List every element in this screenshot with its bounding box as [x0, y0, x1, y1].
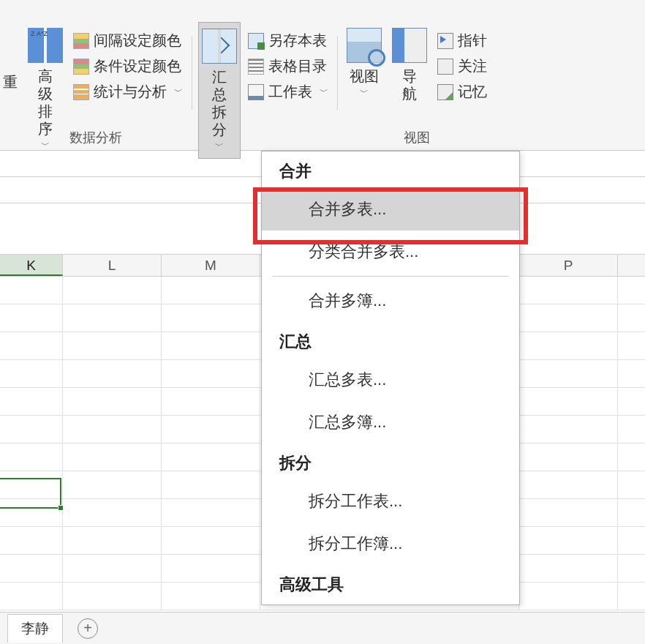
grid-cell[interactable] — [618, 416, 645, 443]
dropdown-item-summary-multi-sheet[interactable]: 汇总多表... — [262, 359, 519, 401]
grid-cell[interactable] — [519, 360, 618, 388]
worksheet-icon — [248, 84, 264, 100]
dropdown-header-split: 拆分 — [262, 443, 519, 480]
grid-cell[interactable] — [162, 527, 260, 555]
add-sheet-button[interactable]: + — [78, 618, 98, 639]
grid-cell[interactable] — [162, 555, 260, 583]
memo-icon — [437, 84, 453, 100]
grid-cell[interactable] — [0, 555, 63, 583]
dropdown-item-split-workbook[interactable]: 拆分工作簿... — [262, 523, 519, 565]
grid-cell[interactable] — [63, 388, 162, 416]
grid-cell[interactable] — [519, 277, 618, 304]
col-header-L[interactable]: L — [63, 255, 162, 276]
grid-cell[interactable] — [618, 527, 645, 555]
sheet-tab-lijing[interactable]: 李静 — [7, 614, 63, 643]
grid-cell[interactable] — [519, 583, 618, 610]
grid-cell[interactable] — [162, 304, 260, 332]
grid-cell[interactable] — [519, 332, 618, 360]
col-header-P[interactable]: P — [519, 255, 618, 276]
col-header-K[interactable]: K — [0, 255, 63, 276]
grid-cell[interactable] — [162, 443, 260, 471]
dropdown-item-category-merge[interactable]: 分类合并多表... — [262, 231, 519, 273]
grid-cell[interactable] — [0, 471, 63, 499]
pointer-icon — [437, 33, 453, 49]
grid-cell[interactable] — [0, 277, 63, 304]
condition-color-button[interactable]: 条件设定颜色 — [70, 55, 186, 78]
grid-cell[interactable] — [162, 499, 260, 527]
grid-cell[interactable] — [63, 332, 162, 360]
dropdown-item-merge-multi-workbook[interactable]: 合并多簿... — [262, 280, 519, 322]
interval-color-button[interactable]: 间隔设定颜色 — [70, 29, 186, 52]
stats-icon — [73, 84, 89, 100]
summary-split-button[interactable]: 汇总拆分 ﹀ — [198, 22, 241, 159]
grid-cell[interactable] — [0, 360, 63, 388]
grid-cell[interactable] — [63, 277, 162, 304]
grid-cell[interactable] — [618, 555, 645, 583]
grid-cell[interactable] — [0, 443, 63, 471]
grid-cell[interactable] — [0, 332, 63, 360]
grid-cell[interactable] — [519, 527, 618, 555]
grid-cell[interactable] — [0, 499, 63, 527]
grid-cell[interactable] — [162, 416, 260, 443]
table-of-contents-button[interactable]: 表格目录 — [245, 55, 331, 78]
sort-icon — [28, 28, 63, 63]
save-as-sheet-button[interactable]: 另存本表 — [245, 29, 331, 52]
group-label-view: 视图 — [338, 129, 496, 146]
grid-cell[interactable] — [162, 332, 260, 360]
grid-cell[interactable] — [0, 416, 63, 443]
grid-cell[interactable] — [63, 443, 162, 471]
grid-cell[interactable] — [162, 360, 260, 388]
chevron-down-icon: ﹀ — [360, 86, 369, 99]
grid-cell[interactable] — [519, 443, 618, 471]
stats-analysis-button[interactable]: 统计与分析 ﹀ — [70, 80, 186, 103]
grid-cell[interactable] — [618, 277, 645, 304]
dropdown-item-summary-multi-workbook[interactable]: 汇总多簿... — [262, 401, 519, 443]
col-header-Q[interactable]: Q — [618, 255, 645, 276]
worksheet-label: 工作表 — [268, 82, 312, 102]
worksheet-button[interactable]: 工作表 ﹀ — [245, 80, 331, 103]
grid-cell[interactable] — [0, 583, 63, 610]
grid-cell[interactable] — [162, 388, 260, 416]
grid-cell[interactable] — [618, 583, 645, 610]
grid-cell[interactable] — [63, 304, 162, 332]
re-label: 重 — [3, 73, 18, 91]
grid-cell[interactable] — [519, 471, 618, 499]
grid-cell[interactable] — [63, 527, 162, 555]
related-button[interactable]: 关注 — [434, 55, 490, 78]
grid-cell[interactable] — [618, 304, 645, 332]
grid-cell[interactable] — [63, 471, 162, 499]
grid-cell[interactable] — [63, 583, 162, 610]
grid-cell[interactable] — [618, 443, 645, 471]
grid-cell[interactable] — [618, 388, 645, 416]
grid-cell[interactable] — [0, 304, 63, 332]
grid-cell[interactable] — [0, 388, 63, 416]
grid-cell[interactable] — [519, 416, 618, 443]
dropdown-item-merge-multi-sheet[interactable]: 合并多表... — [262, 188, 519, 231]
grid-cell[interactable] — [162, 277, 260, 304]
dropdown-item-split-worksheet[interactable]: 拆分工作表... — [262, 480, 519, 523]
summary-split-label: 汇总拆分 — [211, 68, 228, 138]
grid-cell[interactable] — [618, 332, 645, 360]
grid-cell[interactable] — [618, 360, 645, 388]
memo-button[interactable]: 记忆 — [434, 80, 490, 103]
grid-cell[interactable] — [63, 360, 162, 388]
grid-cell[interactable] — [618, 471, 645, 499]
grid-cell[interactable] — [519, 499, 618, 527]
grid-cell[interactable] — [0, 527, 63, 555]
grid-cell[interactable] — [162, 583, 260, 610]
grid-cell[interactable] — [519, 388, 618, 416]
dropdown-separator — [272, 276, 509, 277]
col-header-M[interactable]: M — [162, 255, 260, 276]
grid-cell[interactable] — [63, 555, 162, 583]
grid-cell[interactable] — [162, 471, 260, 499]
interval-color-label: 间隔设定颜色 — [94, 31, 181, 50]
pointer-button[interactable]: 指针 — [434, 29, 490, 52]
grid-cell[interactable] — [519, 304, 618, 332]
grid-cell[interactable] — [618, 499, 645, 527]
grid-cell[interactable] — [63, 499, 162, 527]
dropdown-header-summary: 汇总 — [262, 322, 519, 359]
summary-split-dropdown: 合并 合并多表... 分类合并多表... 合并多簿... 汇总 汇总多表... … — [261, 151, 520, 605]
grid-cell[interactable] — [519, 555, 618, 583]
grid-cell[interactable] — [63, 416, 162, 443]
stats-analysis-label: 统计与分析 — [94, 82, 167, 102]
